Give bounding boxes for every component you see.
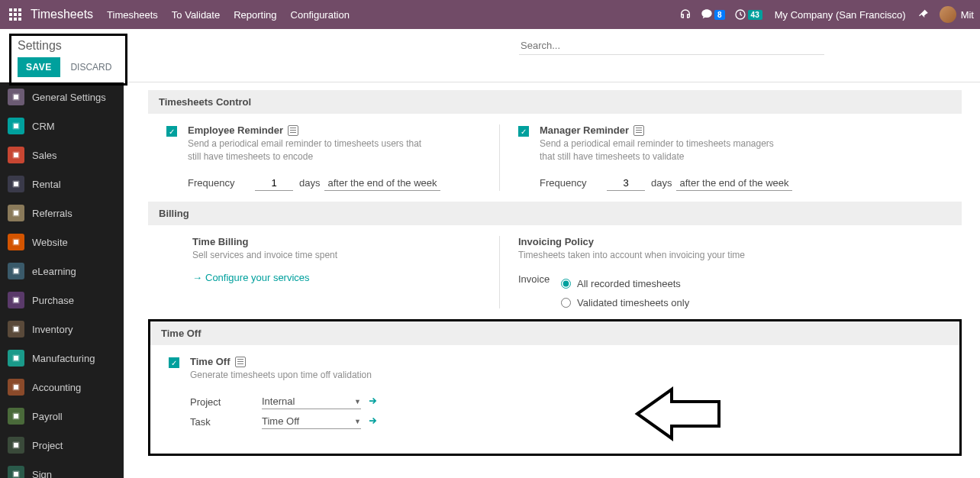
search-input[interactable] — [519, 37, 824, 55]
module-icon — [8, 89, 24, 105]
avatar[interactable] — [940, 6, 956, 23]
module-icon — [8, 176, 24, 192]
module-icon — [8, 147, 24, 163]
doc-icon[interactable] — [235, 357, 246, 367]
time-billing-title: Time Billing — [192, 236, 248, 247]
external-link-icon[interactable] — [367, 396, 378, 409]
frequency-unit: days — [299, 177, 320, 189]
sidebar-item-label: Manufacturing — [32, 353, 95, 364]
user-name[interactable]: Mit — [961, 9, 974, 21]
checkbox-timeoff[interactable]: ✓ — [169, 357, 179, 368]
svg-rect-1 — [14, 8, 17, 11]
sidebar-item-rental[interactable]: Rental — [0, 170, 124, 199]
svg-rect-7 — [14, 18, 17, 21]
timeoff-project-select[interactable]: Internal ▼ — [262, 394, 361, 409]
activity-icon[interactable]: 43 — [734, 8, 762, 21]
sidebar-item-crm[interactable]: CRM — [0, 111, 124, 140]
project-label: Project — [190, 396, 259, 408]
svg-rect-17 — [14, 182, 18, 186]
control-bar: Settings SAVE DISCARD — [0, 29, 980, 82]
svg-rect-11 — [14, 95, 18, 99]
configure-services-link[interactable]: →Configure your services — [192, 272, 310, 283]
checkbox-manager-reminder[interactable]: ✓ — [518, 126, 529, 137]
sidebar-item-inventory[interactable]: Inventory — [0, 315, 124, 344]
svg-rect-25 — [14, 298, 18, 302]
svg-rect-6 — [9, 18, 12, 21]
module-icon — [8, 263, 24, 279]
manager-frequency-input[interactable] — [607, 176, 645, 191]
sidebar-item-referrals[interactable]: Referrals — [0, 199, 124, 228]
module-icon — [8, 466, 24, 478]
page-title: Settings — [18, 39, 119, 53]
app-name[interactable]: Timesheets — [31, 8, 93, 21]
manager-reminder-desc: Send a periodical email reminder to time… — [540, 137, 776, 163]
employee-trigger-select[interactable]: after the end of the week — [324, 176, 440, 191]
sidebar-item-label: Referrals — [32, 208, 73, 219]
sidebar-item-payroll[interactable]: Payroll — [0, 402, 124, 431]
debug-icon[interactable] — [918, 8, 930, 21]
nav-configuration[interactable]: Configuration — [291, 9, 350, 21]
radio-validated-only[interactable]: Validated timesheets only — [561, 297, 689, 308]
search-wrap — [519, 37, 824, 55]
module-icon — [8, 321, 24, 338]
topbar: Timesheets Timesheets To Validate Report… — [0, 0, 980, 29]
employee-frequency-input[interactable] — [255, 176, 293, 191]
invoicing-policy-title: Invoicing Policy — [518, 236, 594, 247]
apps-menu-button[interactable] — [6, 5, 24, 24]
company-switcher[interactable]: My Company (San Francisco) — [775, 9, 906, 21]
messaging-badge: 8 — [714, 10, 725, 20]
section-header-timesheets-control: Timesheets Control — [148, 90, 962, 114]
svg-rect-33 — [14, 414, 18, 418]
nav-reporting[interactable]: Reporting — [234, 9, 276, 21]
svg-rect-35 — [14, 443, 18, 447]
timeoff-desc: Generate timesheets upon time off valida… — [190, 369, 378, 382]
sidebar-item-label: Payroll — [32, 411, 63, 422]
chevron-down-icon: ▼ — [354, 418, 361, 425]
support-icon[interactable] — [679, 8, 691, 21]
module-icon — [8, 118, 24, 134]
sidebar-item-label: General Settings — [32, 92, 106, 103]
section-header-billing: Billing — [148, 202, 962, 225]
sidebar-item-project[interactable]: Project — [0, 431, 124, 460]
doc-icon[interactable] — [633, 125, 644, 136]
sidebar-item-label: Inventory — [32, 324, 73, 335]
sidebar-item-accounting[interactable]: Accounting — [0, 373, 124, 402]
messaging-icon[interactable]: 8 — [701, 8, 725, 21]
external-link-icon[interactable] — [367, 415, 378, 428]
svg-rect-13 — [14, 124, 18, 128]
sidebar-item-purchase[interactable]: Purchase — [0, 286, 124, 315]
svg-rect-4 — [14, 13, 17, 16]
nav-timesheets[interactable]: Timesheets — [107, 9, 158, 21]
sidebar-item-manufacturing[interactable]: Manufacturing — [0, 344, 124, 373]
svg-rect-29 — [14, 356, 18, 360]
doc-icon[interactable] — [288, 125, 298, 136]
sidebar-item-label: Website — [32, 237, 68, 248]
radio-all-recorded[interactable]: All recorded timesheets — [561, 278, 689, 289]
frequency-unit: days — [651, 177, 672, 189]
sidebar-item-website[interactable]: Website — [0, 228, 124, 257]
sidebar-item-label: Rental — [32, 179, 61, 190]
content: Timesheets Control ✓ Employee Reminder S… — [124, 82, 980, 478]
timeoff-task-select[interactable]: Time Off ▼ — [262, 414, 361, 429]
save-button[interactable]: SAVE — [18, 57, 60, 77]
sidebar-item-sales[interactable]: Sales — [0, 140, 124, 170]
employee-reminder-title: Employee Reminder — [188, 124, 283, 136]
svg-rect-27 — [14, 327, 18, 331]
sidebar-item-label: Project — [32, 440, 63, 451]
control-panel: Settings SAVE DISCARD — [9, 34, 127, 86]
nav-to-validate[interactable]: To Validate — [172, 9, 220, 21]
employee-reminder-desc: Send a periodical email reminder to time… — [188, 137, 424, 163]
sidebar-item-label: CRM — [32, 121, 55, 132]
sidebar-item-elearning[interactable]: eLearning — [0, 257, 124, 286]
module-icon — [8, 234, 24, 250]
sidebar-item-label: Accounting — [32, 382, 81, 393]
sidebar-item-general-settings[interactable]: General Settings — [0, 82, 124, 111]
chevron-down-icon: ▼ — [354, 398, 361, 405]
manager-trigger-select[interactable]: after the end of the week — [676, 176, 791, 191]
discard-button[interactable]: DISCARD — [63, 58, 119, 76]
invoice-label: Invoice — [518, 273, 561, 308]
svg-rect-19 — [14, 211, 18, 215]
sidebar-item-sign[interactable]: Sign — [0, 460, 124, 478]
checkbox-employee-reminder[interactable]: ✓ — [166, 126, 177, 137]
sidebar: General SettingsCRMSalesRentalReferralsW… — [0, 82, 124, 478]
